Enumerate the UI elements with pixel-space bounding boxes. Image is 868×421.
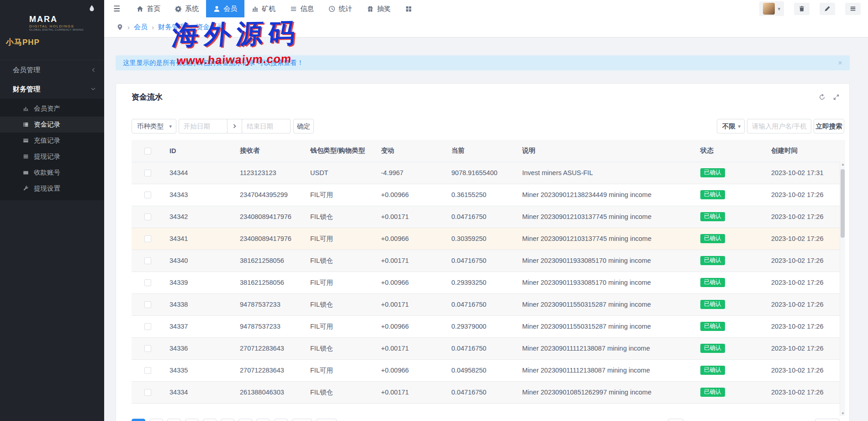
topnav-item-6[interactable]: 抽奖 <box>360 0 398 17</box>
scope-select[interactable]: 不限 ▾ <box>717 119 745 133</box>
topnav-item-0[interactable]: 首页 <box>129 0 168 17</box>
cell-wallet-type: FIL锁仓 <box>305 293 376 315</box>
scroll-down-icon[interactable]: ▼ <box>840 411 845 416</box>
coin-type-select[interactable]: 币种类型 ▾ <box>132 119 176 133</box>
row-checkbox[interactable] <box>144 235 151 242</box>
row-checkbox[interactable] <box>144 345 151 352</box>
location-pin-icon <box>116 24 123 31</box>
table-scrollbar[interactable]: ▲ ▼ <box>840 162 845 416</box>
row-checkbox[interactable] <box>144 213 151 220</box>
topnav-item-grid[interactable] <box>398 0 419 17</box>
trash-button[interactable] <box>794 3 810 15</box>
mara-logo-icon <box>6 15 26 32</box>
breadcrumb-item-member[interactable]: 会员 <box>134 23 148 32</box>
chevron-left-icon <box>90 67 96 73</box>
page-button[interactable]: 2 <box>149 419 163 421</box>
row-checkbox[interactable] <box>144 323 151 330</box>
brand-product: 小马PHP <box>6 37 104 48</box>
cell-created: 2023-10-02 17:26 <box>766 381 845 403</box>
coin-type-label: 币种类型 <box>137 122 164 131</box>
cell-status: 已确认 <box>695 337 766 359</box>
wrench-icon <box>23 186 29 192</box>
start-date-input[interactable] <box>179 119 228 133</box>
cell-note: Miner 202309011112138087 mining income <box>517 337 695 359</box>
confirm-button[interactable]: 确定 <box>293 119 314 133</box>
sidebar-subitem-5[interactable]: 提现设置 <box>0 181 104 197</box>
row-checkbox[interactable] <box>144 257 151 264</box>
row-checkbox[interactable] <box>144 301 151 308</box>
row-checkbox[interactable] <box>144 367 151 374</box>
topnav-item-2[interactable]: 会员 <box>206 0 244 17</box>
row-checkbox[interactable] <box>144 192 151 198</box>
topnav-item-3[interactable]: 矿机 <box>244 0 283 17</box>
per-page-select[interactable]: 20 ▾ <box>815 419 840 421</box>
page-button[interactable]: 5 <box>203 419 217 421</box>
page-button[interactable]: 1 <box>132 419 145 421</box>
sidebar-subitem-3[interactable]: 提现记录 <box>0 149 104 165</box>
row-checkbox[interactable] <box>144 279 151 286</box>
sidebar-subitem-label: 提现设置 <box>34 184 60 193</box>
sidebar-subitem-2[interactable]: 充值记录 <box>0 133 104 149</box>
page-button[interactable]: 1717 <box>316 419 336 421</box>
sidebar: MARA DIGITAL HOLDINGS GLOBAL DIGITAL CUR… <box>0 0 104 421</box>
logs-button[interactable] <box>845 3 861 15</box>
search-input[interactable] <box>747 119 811 133</box>
topnav-item-4[interactable]: 信息 <box>283 0 321 17</box>
droplet-icon[interactable] <box>88 5 95 12</box>
sidebar-subitem-1[interactable]: 资金记录 <box>0 117 104 133</box>
page-button[interactable]: 3 <box>167 419 181 421</box>
cell-wallet-type: FIL可用 <box>305 359 376 381</box>
topnav: 首页系统会员矿机信息统计抽奖 <box>129 0 419 17</box>
select-all-checkbox[interactable] <box>144 148 151 155</box>
page-button[interactable]: 7 <box>238 419 252 421</box>
user-menu[interactable]: ▾ <box>759 1 784 16</box>
sidebar-subitem-0[interactable]: 会员资产 <box>0 101 104 117</box>
cell-note: Miner 202309011112138087 mining income <box>517 359 695 381</box>
breadcrumb-item-finance[interactable]: 财务管理 <box>158 23 185 32</box>
page-button[interactable]: 6 <box>221 419 234 421</box>
refresh-icon[interactable] <box>819 94 826 101</box>
pagination-pages: 12345678•••17161717 <box>132 419 337 421</box>
cell-id: 34338 <box>164 293 234 315</box>
topnav-item-1[interactable]: 系统 <box>168 0 206 17</box>
cell-wallet-type: FIL锁仓 <box>305 381 376 403</box>
page-jump-input[interactable] <box>668 419 683 421</box>
row-checkbox[interactable] <box>144 170 151 176</box>
trash-icon <box>799 5 805 12</box>
page-button[interactable]: 8 <box>256 419 270 421</box>
page-button[interactable]: 1716 <box>292 419 312 421</box>
breadcrumb-item-records[interactable]: 资金记录 <box>196 23 223 32</box>
sidebar-item-member-mgmt[interactable]: 会员管理 <box>0 60 104 80</box>
date-range-button[interactable] <box>227 119 242 133</box>
status-badge: 已确认 <box>700 366 725 375</box>
end-date-input[interactable] <box>242 119 291 133</box>
cell-status: 已确认 <box>695 162 766 184</box>
page-button[interactable]: 4 <box>185 419 199 421</box>
table-row: 34340381621258056FIL锁仓+0.001710.04716750… <box>132 250 845 272</box>
topnav-item-5[interactable]: 统计 <box>321 0 360 17</box>
cell-change: +0.00171 <box>376 206 446 228</box>
page-ellipsis[interactable]: ••• <box>274 419 288 421</box>
breadcrumb-separator: › <box>190 23 192 31</box>
row-checkbox[interactable] <box>144 389 151 396</box>
fullscreen-icon[interactable] <box>833 94 840 101</box>
scroll-up-icon[interactable]: ▲ <box>840 162 845 167</box>
breadcrumb: › 会员 › 财务管理 › 资金记录 <box>104 17 868 37</box>
finance-submenu: 会员资产资金记录充值记录提现记录收款账号提现设置 <box>0 99 104 200</box>
edit-button[interactable] <box>820 3 835 15</box>
sidebar-subitem-4[interactable]: 收款账号 <box>0 165 104 181</box>
pagination: 12345678•••17161717 /1717 页 共 34340 条数据 … <box>132 419 844 421</box>
status-badge: 已确认 <box>700 322 725 331</box>
wallet-icon <box>23 170 29 176</box>
cell-status: 已确认 <box>695 184 766 206</box>
sidebar-item-finance-mgmt[interactable]: 财务管理 <box>0 80 104 99</box>
close-icon[interactable]: × <box>838 59 842 68</box>
menu-icon[interactable]: ☰ <box>104 0 129 17</box>
cell-note: Miner 202309011550315287 mining income <box>517 315 695 337</box>
column-header: 创建时间 <box>766 140 845 162</box>
cell-wallet-type: FIL可用 <box>305 184 376 206</box>
column-header: 变动 <box>376 140 446 162</box>
status-badge: 已确认 <box>700 300 725 309</box>
scrollbar-thumb[interactable] <box>841 169 845 238</box>
search-button[interactable]: 立即搜索 <box>814 119 844 133</box>
